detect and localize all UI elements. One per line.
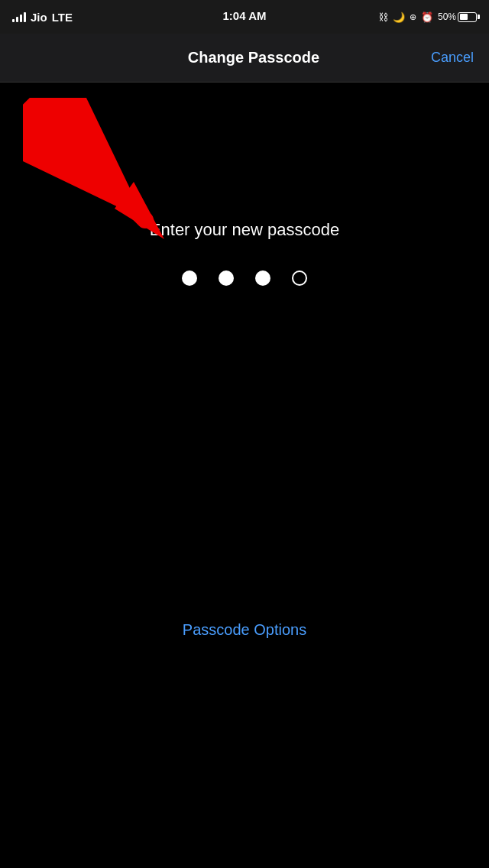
moon-icon: 🌙 xyxy=(393,11,405,23)
location-icon: ⊕ xyxy=(410,12,416,22)
cancel-button[interactable]: Cancel xyxy=(431,50,474,66)
signal-bar-3 xyxy=(20,15,22,22)
status-left: Jio LTE xyxy=(12,11,73,24)
battery-percent: 50% xyxy=(438,11,456,22)
dot-2 xyxy=(219,270,234,286)
main-content: Enter your new passcode Passcode Options xyxy=(0,83,489,868)
battery-container: 50% xyxy=(438,11,477,22)
link-icon: ⛓ xyxy=(378,11,388,23)
passcode-options-button[interactable]: Passcode Options xyxy=(183,621,306,639)
dot-1 xyxy=(182,270,197,286)
carrier-text: Jio xyxy=(31,11,47,24)
signal-bar-4 xyxy=(24,12,26,22)
status-bar: Jio LTE 1:04 AM ⛓ 🌙 ⊕ ⏰ 50% xyxy=(0,0,489,34)
dot-3 xyxy=(255,270,270,286)
nav-bar: Change Passcode Cancel xyxy=(0,34,489,83)
alarm-icon: ⏰ xyxy=(421,11,433,23)
battery-fill xyxy=(460,14,468,20)
signal-bar-1 xyxy=(12,19,15,22)
signal-bar-2 xyxy=(16,17,18,22)
passcode-dots xyxy=(182,270,307,286)
nav-title: Change Passcode xyxy=(188,49,319,66)
signal-bars xyxy=(12,11,26,22)
status-right: ⛓ 🌙 ⊕ ⏰ 50% xyxy=(378,11,477,23)
network-text: LTE xyxy=(52,11,73,24)
arrow-indicator xyxy=(23,98,191,266)
dot-4 xyxy=(292,270,307,286)
status-time: 1:04 AM xyxy=(223,9,267,22)
battery-icon xyxy=(458,12,477,22)
